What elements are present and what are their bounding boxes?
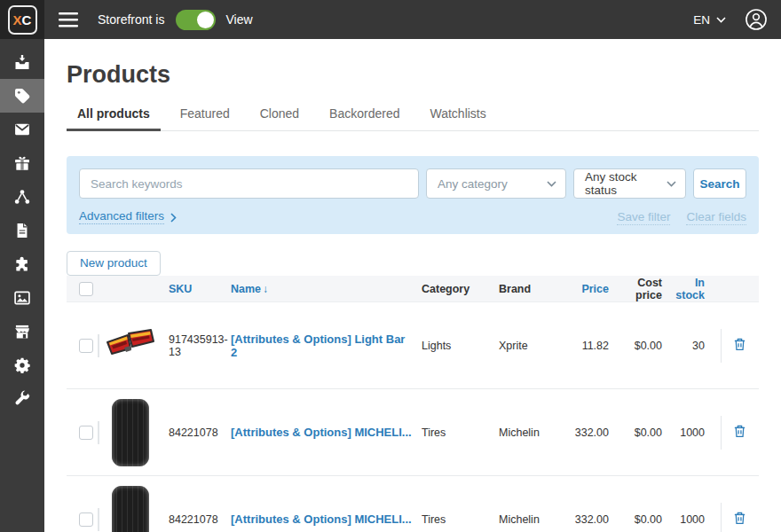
stock-status-select-value: Any stock status	[585, 170, 667, 197]
document-icon	[13, 222, 31, 239]
category-cell: Tires	[412, 513, 492, 526]
new-product-button[interactable]: New product	[67, 251, 161, 276]
category-column-header: Category	[412, 283, 492, 295]
sku-cell: 84221078	[162, 513, 228, 526]
gift-icon	[13, 154, 31, 172]
storefront-icon	[13, 323, 31, 340]
share-icon	[13, 188, 31, 206]
filter-links-row: Advanced filters Save filter Clear field…	[79, 209, 746, 224]
select-all-checkbox[interactable]	[79, 282, 93, 296]
cost-price-cell: $0.00	[614, 340, 671, 352]
delete-button[interactable]	[721, 510, 759, 528]
name-cell: [Attributes & Options] MICHELI...	[228, 512, 412, 526]
tag-icon	[13, 87, 31, 105]
search-button[interactable]: Search	[693, 168, 746, 199]
sidebar-item-orders[interactable]	[0, 45, 44, 79]
sidebar-item-messages[interactable]	[0, 113, 44, 146]
tab-backordered[interactable]: Backordered	[319, 103, 410, 131]
row-divider	[98, 334, 99, 357]
chevron-down-icon	[667, 181, 676, 187]
stock-status-select[interactable]: Any stock status	[573, 168, 686, 199]
xc-logo-icon: XC	[8, 5, 37, 35]
puzzle-icon	[13, 255, 31, 273]
sku-cell: 84221078	[162, 426, 228, 439]
sidebar-item-store-setup[interactable]	[0, 315, 44, 348]
inbox-icon	[13, 53, 31, 71]
tab-bar: All products Featured Cloned Backordered…	[67, 103, 759, 131]
price-column-header[interactable]: Price	[570, 283, 614, 295]
category-cell: Tires	[412, 426, 492, 439]
row-checkbox[interactable]	[79, 339, 93, 353]
in-stock-cell: 1000	[671, 426, 721, 439]
save-filter-link[interactable]: Save filter	[617, 210, 670, 223]
actions-divider	[721, 329, 722, 363]
product-name-link[interactable]: [Attributes & Options] Light Bar 2	[231, 332, 405, 359]
category-select-value: Any category	[438, 177, 508, 191]
name-cell: [Attributes & Options] Light Bar 2	[228, 332, 412, 359]
chevron-down-icon	[547, 181, 556, 187]
name-column-header[interactable]: Name↓	[228, 283, 412, 295]
app-logo[interactable]: XC	[0, 0, 44, 39]
tab-all-products[interactable]: All products	[67, 103, 161, 131]
gear-icon	[13, 356, 31, 374]
sidebar-item-sales-channels[interactable]	[0, 180, 44, 214]
sidebar-item-settings[interactable]	[0, 348, 44, 382]
row-checkbox-cell	[67, 512, 99, 527]
page-title: Products	[67, 61, 759, 89]
sidebar-item-promotions[interactable]	[0, 146, 44, 180]
row-checkbox-cell	[67, 426, 99, 440]
user-icon[interactable]	[745, 8, 768, 31]
envelope-icon	[13, 121, 31, 138]
search-input[interactable]	[79, 168, 419, 199]
view-storefront-link[interactable]: View	[225, 12, 252, 27]
chevron-right-icon	[170, 213, 177, 223]
clear-fields-link[interactable]: Clear fields	[686, 210, 746, 223]
tire-image	[112, 486, 149, 532]
sku-column-header[interactable]: SKU	[162, 283, 228, 295]
storefront-toggle[interactable]	[176, 10, 216, 30]
product-thumbnail[interactable]	[99, 399, 162, 466]
sort-descending-icon: ↓	[263, 283, 268, 295]
toggle-knob	[197, 12, 214, 28]
chevron-down-icon	[716, 17, 726, 23]
actions-divider	[721, 503, 722, 532]
tab-featured[interactable]: Featured	[170, 103, 241, 131]
cost-price-cell: $0.00	[614, 513, 671, 526]
language-selector[interactable]: EN	[693, 13, 726, 27]
price-cell: 332.00	[570, 426, 614, 439]
brand-cell: Michelin	[492, 513, 570, 526]
tab-cloned[interactable]: Cloned	[249, 103, 310, 131]
tail-lights-image	[105, 326, 156, 364]
language-label: EN	[693, 13, 710, 27]
row-checkbox[interactable]	[79, 512, 93, 527]
product-name-link[interactable]: [Attributes & Options] MICHELI...	[231, 512, 412, 526]
in-stock-column-header[interactable]: In stock	[671, 277, 721, 301]
sidebar-item-maintenance[interactable]	[0, 382, 44, 416]
trash-icon	[732, 336, 747, 355]
sidebar-item-content[interactable]	[0, 214, 44, 247]
sidebar-item-design[interactable]	[0, 281, 44, 315]
top-bar: XC Storefront is View EN	[0, 0, 781, 39]
sidebar-item-apps[interactable]	[0, 247, 44, 281]
product-thumbnail[interactable]	[99, 486, 162, 532]
in-stock-cell: 30	[671, 340, 721, 352]
image-icon	[13, 289, 31, 307]
in-stock-cell: 1000	[671, 513, 721, 526]
row-checkbox[interactable]	[79, 426, 93, 440]
advanced-filters-link[interactable]: Advanced filters	[79, 209, 177, 224]
product-name-link[interactable]: [Attributes & Options] MICHELI...	[231, 426, 412, 439]
delete-button[interactable]	[721, 423, 759, 442]
storefront-label: Storefront is	[98, 12, 164, 27]
hamburger-icon[interactable]	[59, 12, 78, 27]
row-checkbox-cell	[67, 339, 99, 353]
table-row: 84221078 [Attributes & Options] MICHELI.…	[67, 389, 759, 476]
delete-button[interactable]	[721, 336, 759, 355]
wrench-icon	[13, 390, 31, 408]
tab-watchlists[interactable]: Watchlists	[419, 103, 496, 131]
sidebar-item-catalog[interactable]	[0, 79, 44, 113]
product-thumbnail[interactable]	[99, 326, 162, 364]
cost-price-cell: $0.00	[614, 426, 671, 439]
app-shell: Products All products Featured Cloned Ba…	[0, 39, 781, 532]
sku-cell: 917435913-13	[162, 333, 228, 358]
category-select[interactable]: Any category	[426, 168, 566, 199]
